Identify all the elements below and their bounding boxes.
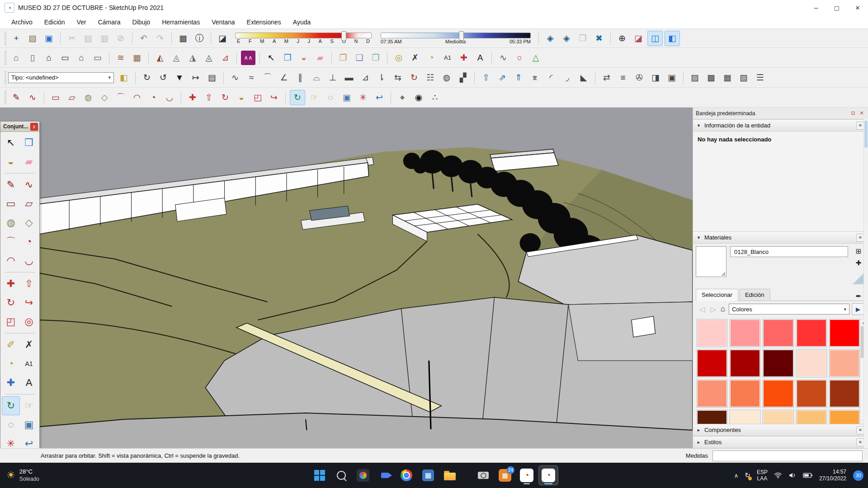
paint-bucket-tool-button[interactable]: ◒	[2, 152, 20, 171]
classification-tag-button[interactable]: ◧	[117, 70, 131, 85]
menu-ver[interactable]: Ver	[71, 17, 92, 28]
wifi-icon[interactable]	[771, 463, 785, 488]
tray-scrollbar-thumb[interactable]	[864, 121, 868, 148]
create-material-icon[interactable]: ✚	[854, 258, 863, 268]
uv-mapping-button[interactable]: ▣	[665, 70, 679, 85]
file-explorer-button[interactable]	[440, 465, 460, 485]
path-array-button[interactable]: ☷	[423, 70, 438, 85]
dimension-tool-button[interactable]: ✗	[20, 335, 38, 354]
3d-warehouse-button[interactable]: ◈	[543, 31, 557, 46]
mirror-tool-button[interactable]: ⇆	[391, 70, 405, 85]
hidden-icons-icon[interactable]: ∧	[731, 463, 742, 488]
position-camera-tool-button[interactable]: ⌖	[395, 90, 410, 105]
offset-tool-button[interactable]: ◎	[20, 312, 38, 331]
extension-warehouse-button[interactable]: ✖	[592, 31, 606, 46]
zoom-extents-tool-button[interactable]: ✳	[356, 90, 370, 105]
entity-info-header[interactable]: ▼ Información de la entidad ✕	[693, 119, 868, 131]
color-swatch-5b1d07[interactable]	[697, 410, 727, 424]
onedrive-sync-icon[interactable]: ↻	[741, 463, 754, 488]
mesh-pattern-button[interactable]: ▩	[704, 70, 718, 85]
stamp-tool-button[interactable]: ◬	[169, 51, 184, 65]
display-section-planes-button[interactable]: ◫	[647, 31, 663, 46]
zoom-tool-button[interactable]: ◌	[323, 90, 338, 105]
dimension-tool-button[interactable]: ✗	[408, 51, 422, 65]
paint-tool-button[interactable]: ◒	[234, 90, 249, 105]
tape-measure-button[interactable]: ◎	[392, 51, 406, 65]
menu-dibujo[interactable]: Dibujo	[126, 17, 156, 28]
color-swatch-c84a18[interactable]	[796, 380, 827, 408]
menu-extensiones[interactable]: Extensiones	[241, 17, 287, 28]
vertex-tool-button[interactable]: △	[528, 51, 543, 65]
freehand-tool-button[interactable]: ∿	[20, 175, 38, 194]
rectangle-tool-button[interactable]: ▭	[2, 194, 20, 213]
project-lines-button[interactable]: ⊿	[358, 70, 373, 85]
smart-flip-button[interactable]: ⇄	[599, 70, 614, 85]
extrude-edges-button[interactable]: ⌆	[528, 70, 542, 85]
paint-bucket-button[interactable]: ◒	[297, 51, 311, 65]
pan-tool-button[interactable]: ☞	[307, 90, 321, 105]
add-detail-tool-button[interactable]: ◬	[202, 51, 216, 65]
pin-icon[interactable]: ⊡	[849, 110, 857, 117]
3d-text-tool-button[interactable]: A	[20, 373, 38, 392]
language-indicator[interactable]: ESP LAA	[754, 463, 771, 488]
zoom-tool-button[interactable]: ◌	[2, 415, 20, 434]
material-name-field[interactable]: 0128_Blanco	[730, 246, 848, 257]
menu-camara[interactable]: Cámara	[92, 17, 127, 28]
toolbar-grip[interactable]	[5, 32, 6, 45]
ellipse-tool-button[interactable]: ○	[512, 51, 527, 65]
intersect-tool-button[interactable]: ⊥	[326, 70, 340, 85]
offset-edges-button[interactable]: ⌓	[309, 70, 324, 85]
color-swatch-ff9999[interactable]	[730, 319, 760, 347]
scale-tool-button[interactable]: ◰	[2, 312, 20, 331]
minimize-icon[interactable]: ─	[806, 0, 826, 15]
save-button[interactable]: ▣	[42, 31, 56, 46]
maximize-icon[interactable]: ▢	[826, 0, 847, 15]
shadow-time-slider[interactable]: 07:35 AM Mediodía 05:33 PM	[381, 33, 531, 44]
terrain-from-scratch-button[interactable]: ▦	[130, 51, 144, 65]
move-tool-button[interactable]: ✚	[185, 90, 200, 105]
color-swatch-ff3333[interactable]	[796, 319, 827, 347]
photos-app-button[interactable]	[353, 465, 373, 485]
collection-combo[interactable]: Colores ▾	[729, 304, 849, 314]
freehand-tool-button[interactable]: ∿	[25, 90, 40, 105]
start-button[interactable]	[310, 465, 330, 485]
normal-push-pull-button[interactable]: ⇑	[511, 70, 526, 85]
tab-seleccionar[interactable]: Seleccionar	[696, 289, 738, 301]
bezier-curve-button[interactable]: ⌒	[260, 70, 275, 85]
shell-tool-button[interactable]: ◍	[439, 70, 454, 85]
color-swatch-faa23c[interactable]	[829, 410, 860, 424]
protractor-tool-button[interactable]: ◔	[2, 354, 20, 373]
text-tool-button[interactable]: A1	[440, 51, 455, 65]
3d-text-tool-button[interactable]: A	[473, 51, 487, 65]
model-info-button[interactable]: ⓘ	[192, 31, 207, 46]
color-swatch-9b3110[interactable]	[829, 380, 860, 408]
details-arrow-icon[interactable]: ▶	[852, 303, 864, 315]
color-swatch-f97c50[interactable]	[730, 380, 760, 408]
shadow-date-slider[interactable]: EFMAMJJASOND	[235, 33, 372, 44]
ruby-console-button[interactable]: ☰	[753, 70, 767, 85]
print-button[interactable]: ▦	[176, 31, 190, 46]
axes-tool-button[interactable]: ✚	[2, 373, 20, 392]
date-slider-thumb[interactable]	[341, 31, 346, 41]
arc-3pt-tool-button[interactable]: ◡	[20, 251, 38, 270]
camera-app-button[interactable]	[473, 465, 493, 485]
divide-edges-button[interactable]: ∥	[293, 70, 307, 85]
instant-roof-button[interactable]: ∧∧	[241, 51, 255, 65]
sketchup-2-button[interactable]: ◔	[538, 465, 558, 485]
smoove-tool-button[interactable]: ◭	[153, 51, 167, 65]
arc-tool-button[interactable]: ◠	[130, 90, 144, 105]
color-swatch-fbdcce[interactable]	[796, 349, 827, 377]
push-pull-tool-button[interactable]: ⇧	[202, 90, 216, 105]
orbit-tool-button[interactable]: ↻	[290, 90, 305, 105]
hatch-pattern-button[interactable]: ▨	[688, 70, 702, 85]
sample-color-swatch[interactable]	[853, 272, 864, 284]
polyline-tool-button[interactable]: ∠	[277, 70, 291, 85]
utilities-measure-button[interactable]: ⊕	[615, 31, 629, 46]
select-tool-button[interactable]: ↖	[264, 51, 278, 65]
joint-push-pull-button[interactable]: ⇧	[479, 70, 493, 85]
color-swatch-ff0000[interactable]	[829, 319, 860, 347]
polygon-tool-button[interactable]: ◇	[20, 213, 38, 232]
classifier-combo[interactable]: Tipo: <undefined> ▾	[8, 72, 114, 83]
color-swatch-cc0000[interactable]	[697, 349, 727, 377]
drop-edges-button[interactable]: ⇂	[374, 70, 389, 85]
